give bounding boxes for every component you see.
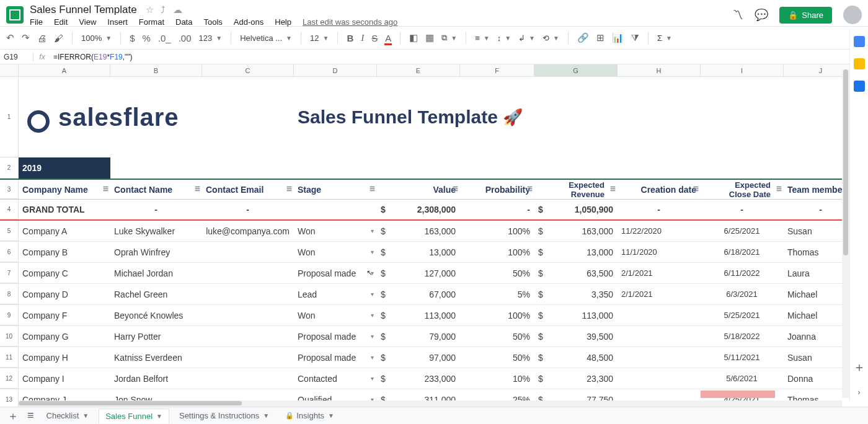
cell[interactable] — [294, 157, 377, 179]
chart-icon[interactable]: 📊 — [612, 32, 624, 43]
stage-cell[interactable]: Won — [294, 221, 377, 241]
value-cell[interactable]: 233,000 — [377, 368, 460, 389]
probability-cell[interactable]: 100% — [460, 305, 534, 325]
creation-date-cell[interactable]: 2/1/2021 — [618, 263, 701, 283]
contact-email-cell[interactable] — [202, 284, 294, 304]
expected-revenue-cell[interactable]: 113,000 — [534, 305, 618, 325]
cell[interactable]: - — [618, 200, 701, 219]
filter-icon[interactable]: ☰ — [453, 185, 458, 192]
close-date-cell[interactable]: 5/18/2022 — [701, 326, 784, 347]
stage-cell[interactable]: Proposal made↖ — [294, 263, 377, 283]
paint-format-icon[interactable]: 🖌 — [54, 33, 63, 43]
print-icon[interactable]: 🖨 — [37, 33, 46, 43]
filter-icon[interactable]: ☰ — [527, 185, 533, 192]
tab-insights[interactable]: 🔒Insights▼ — [279, 409, 340, 423]
filter-icon[interactable]: ☰ — [370, 185, 375, 192]
contact-name-cell[interactable]: Rachel Green — [110, 284, 202, 304]
font-size-dropdown[interactable]: 12▼ — [310, 33, 329, 43]
row-number[interactable]: 12 — [0, 368, 19, 389]
row-number[interactable]: 6 — [0, 242, 19, 262]
star-icon[interactable]: ☆ — [146, 4, 154, 15]
value-cell[interactable]: 79,000 — [377, 326, 460, 347]
close-date-cell[interactable]: 6/18/2021 — [701, 242, 784, 262]
col-header-h[interactable]: H — [618, 64, 701, 76]
contact-email-cell[interactable] — [202, 326, 294, 347]
redo-icon[interactable]: ↷ — [22, 32, 30, 43]
contact-name-cell[interactable]: Beyoncé Knowles — [110, 305, 202, 325]
stage-cell[interactable]: Proposal made — [294, 326, 377, 347]
menu-format[interactable]: Format — [139, 17, 164, 27]
italic-icon[interactable]: I — [361, 33, 364, 43]
hdr-close-date[interactable]: ExpectedClose Date☰ — [701, 180, 784, 199]
cell[interactable]: - — [460, 200, 534, 219]
cell[interactable] — [618, 157, 701, 179]
contact-email-cell[interactable] — [202, 347, 294, 368]
fill-color-icon[interactable]: ◧ — [409, 32, 418, 43]
company-cell[interactable]: Company G — [19, 326, 110, 347]
contact-email-cell[interactable] — [202, 242, 294, 262]
col-header-d[interactable]: D — [294, 64, 377, 76]
document-title[interactable]: Sales Funnel Template — [30, 4, 137, 16]
contact-name-cell[interactable]: Jordan Belfort — [110, 368, 202, 389]
stage-cell[interactable]: Contacted — [294, 368, 377, 389]
h-align-dropdown[interactable]: ≡▼ — [475, 33, 490, 43]
tab-sales-funnel[interactable]: Sales Funnel▼ — [99, 409, 169, 423]
merge-dropdown[interactable]: ⧉▼ — [441, 33, 457, 43]
col-header-f[interactable]: F — [460, 64, 534, 76]
hdr-stage[interactable]: Stage☰ — [294, 180, 377, 199]
expected-revenue-cell[interactable]: 163,000 — [534, 221, 618, 241]
stage-cell[interactable]: Lead — [294, 284, 377, 304]
format-percent-icon[interactable]: % — [143, 33, 151, 43]
rotate-dropdown[interactable]: ⟲▼ — [542, 33, 559, 43]
hdr-expected-revenue[interactable]: ExpectedRevenue☰ — [534, 180, 618, 199]
zoom-dropdown[interactable]: 100%▼ — [81, 33, 112, 43]
contact-name-cell[interactable]: Harry Potter — [110, 326, 202, 347]
company-cell[interactable]: Company F — [19, 305, 110, 325]
account-avatar[interactable] — [843, 6, 862, 24]
cell[interactable]: - — [701, 200, 784, 219]
add-addon-icon[interactable]: ＋ — [853, 359, 866, 376]
cell[interactable]: - — [110, 200, 202, 219]
grand-total-label[interactable]: GRAND TOTAL — [19, 200, 110, 219]
undo-icon[interactable]: ↶ — [6, 32, 14, 43]
probability-cell[interactable]: 100% — [460, 221, 534, 241]
add-sheet-icon[interactable]: ＋ — [5, 409, 21, 423]
cell[interactable] — [534, 157, 618, 179]
hdr-value[interactable]: Value☰ — [377, 180, 460, 199]
close-date-cell[interactable]: 5/6/2021 — [701, 368, 784, 389]
col-header-a[interactable]: A — [19, 64, 110, 76]
comment-icon[interactable]: ⊞ — [596, 32, 604, 43]
cell[interactable] — [377, 157, 460, 179]
col-header-c[interactable]: C — [202, 64, 294, 76]
tab-settings[interactable]: Settings & Instructions▼ — [173, 409, 275, 423]
value-cell[interactable]: 13,000 — [377, 242, 460, 262]
row-number[interactable]: 5 — [0, 221, 19, 241]
row-number[interactable]: 4 — [0, 200, 19, 219]
row-number[interactable]: 2 — [0, 157, 19, 179]
creation-date-cell[interactable]: 2/1/2021 — [618, 284, 701, 304]
col-header-b[interactable]: B — [110, 64, 202, 76]
contact-name-cell[interactable]: Katniss Everdeen — [110, 347, 202, 368]
contact-email-cell[interactable] — [202, 263, 294, 283]
col-header-i[interactable]: I — [701, 64, 784, 76]
hide-sidepanel-icon[interactable]: › — [858, 388, 861, 397]
filter-icon[interactable]: ☰ — [776, 185, 782, 192]
menu-help[interactable]: Help — [275, 17, 291, 27]
close-date-cell[interactable]: 6/11/2022 — [701, 263, 784, 283]
expected-revenue-cell[interactable]: 48,500 — [534, 347, 618, 368]
wrap-dropdown[interactable]: ↲▼ — [518, 33, 535, 43]
company-cell[interactable]: Company A — [19, 221, 110, 241]
menu-tools[interactable]: Tools — [203, 17, 222, 27]
cell[interactable] — [701, 157, 784, 179]
grand-total-value[interactable]: 2,308,000 — [377, 200, 460, 219]
probability-cell[interactable]: 10% — [460, 368, 534, 389]
cell[interactable]: - — [202, 200, 294, 219]
expected-revenue-cell[interactable]: 3,350 — [534, 284, 618, 304]
contact-email-cell[interactable] — [202, 368, 294, 389]
row-number[interactable]: 9 — [0, 305, 19, 325]
company-cell[interactable]: Company I — [19, 368, 110, 389]
filter-icon[interactable]: ☰ — [103, 185, 108, 192]
value-cell[interactable]: 113,000 — [377, 305, 460, 325]
company-cell[interactable]: Company C — [19, 263, 110, 283]
expected-revenue-cell[interactable]: 39,500 — [534, 326, 618, 347]
